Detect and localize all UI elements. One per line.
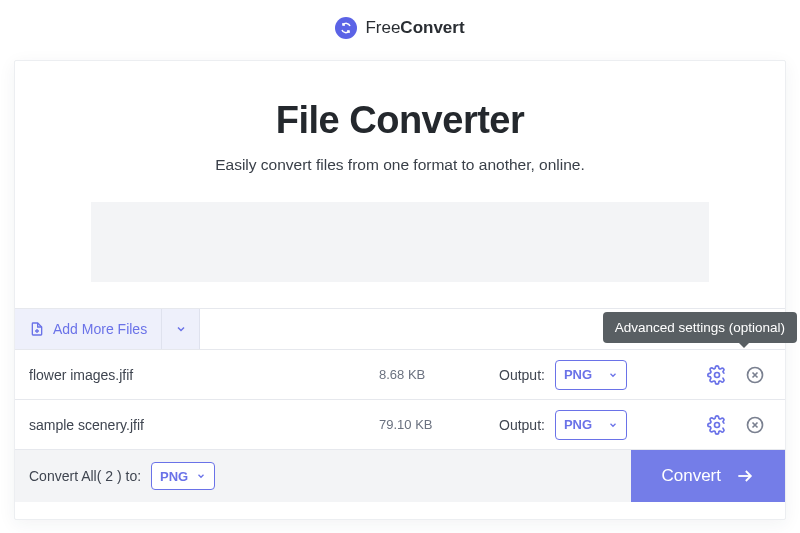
page-subtitle: Easily convert files from one format to … xyxy=(15,156,785,174)
remove-file-button[interactable] xyxy=(745,365,765,385)
file-row: sample scenery.jfif 79.10 KB Output: PNG xyxy=(15,400,785,450)
ad-placeholder xyxy=(91,202,709,282)
arrow-right-icon xyxy=(735,466,755,486)
output-format-value: PNG xyxy=(564,367,592,382)
advanced-settings-tooltip: Advanced settings (optional) xyxy=(603,312,797,343)
chevron-down-icon xyxy=(175,323,187,335)
file-row: Advanced settings (optional) flower imag… xyxy=(15,350,785,400)
close-icon xyxy=(745,415,765,435)
converter-panel: File Converter Easily convert files from… xyxy=(14,60,786,520)
file-size: 8.68 KB xyxy=(379,367,469,382)
close-icon xyxy=(745,365,765,385)
svg-point-0 xyxy=(715,372,720,377)
output-format-select[interactable]: PNG xyxy=(555,360,627,390)
output-label: Output: xyxy=(499,367,545,383)
add-file-icon xyxy=(29,321,45,337)
remove-file-button[interactable] xyxy=(745,415,765,435)
output-format-select[interactable]: PNG xyxy=(555,410,627,440)
output-label: Output: xyxy=(499,417,545,433)
gear-icon xyxy=(707,415,727,435)
advanced-settings-button[interactable] xyxy=(707,415,727,435)
brand-logo-icon xyxy=(335,17,357,39)
chevron-down-icon xyxy=(608,370,618,380)
file-size: 79.10 KB xyxy=(379,417,469,432)
brand-name: FreeConvert xyxy=(365,18,464,38)
advanced-settings-button[interactable] xyxy=(707,365,727,385)
convert-button[interactable]: Convert xyxy=(631,450,785,502)
add-more-files-dropdown[interactable] xyxy=(162,309,200,349)
convert-all-format-select[interactable]: PNG xyxy=(151,462,215,490)
page-title: File Converter xyxy=(15,99,785,142)
chevron-down-icon xyxy=(196,471,206,481)
convert-all-format-value: PNG xyxy=(160,469,188,484)
svg-point-2 xyxy=(715,422,720,427)
output-format-value: PNG xyxy=(564,417,592,432)
gear-icon xyxy=(707,365,727,385)
file-name: flower images.jfif xyxy=(29,367,379,383)
convert-button-label: Convert xyxy=(661,466,721,486)
add-more-files-button[interactable]: Add More Files xyxy=(15,309,162,349)
convert-all-label: Convert All( 2 ) to: xyxy=(29,468,141,484)
add-more-files-label: Add More Files xyxy=(53,321,147,337)
file-name: sample scenery.jfif xyxy=(29,417,379,433)
chevron-down-icon xyxy=(608,420,618,430)
